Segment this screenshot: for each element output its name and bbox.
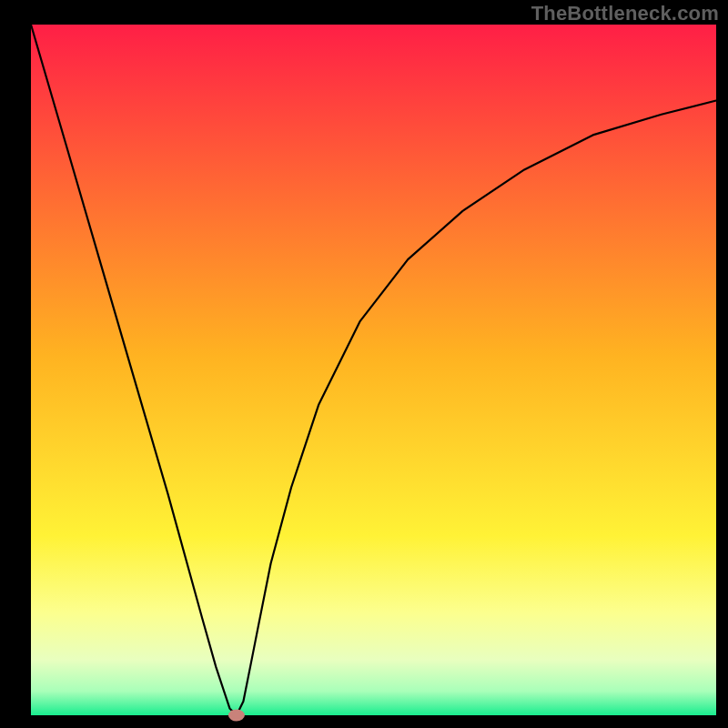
chart-stage: TheBottleneck.com xyxy=(0,0,728,728)
watermark-text: TheBottleneck.com xyxy=(531,2,719,25)
curve-minimum-marker xyxy=(228,710,245,722)
chart-svg xyxy=(0,0,728,728)
